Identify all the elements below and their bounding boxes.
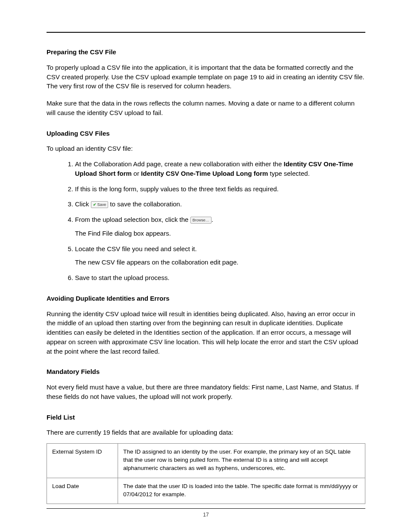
step-text: to save the collaboration. — [110, 200, 182, 208]
list-item: If this is the long form, supply values … — [75, 184, 365, 194]
browse-button-image: Browse… — [190, 217, 212, 224]
list-item: At the Collaboration Add page, create a … — [75, 159, 365, 178]
step-text: Locate the CSV file you need and select … — [75, 245, 197, 252]
list-item: Click ✔Save to save the collaboration. — [75, 199, 365, 209]
step-text: Save to start the upload process. — [75, 274, 169, 281]
table-row: Load Date The date that the user ID is l… — [47, 478, 365, 504]
step-subtext: The Find File dialog box appears. — [75, 229, 365, 238]
heading-mandatory: Mandatory Fields — [47, 367, 365, 376]
field-desc-cell: The ID assigned to an identity by the us… — [118, 444, 365, 478]
heading-fieldlist: Field List — [47, 413, 365, 422]
save-button-image: ✔Save — [91, 201, 109, 208]
field-table: External System ID The ID assigned to an… — [47, 443, 365, 504]
section-avoiding: Avoiding Duplicate Identities and Errors… — [47, 294, 365, 356]
step-text: type selected. — [268, 170, 310, 177]
top-horizontal-rule — [47, 32, 365, 33]
steps-list: At the Collaboration Add page, create a … — [47, 159, 365, 283]
list-item: From the upload selection box, click the… — [75, 215, 365, 238]
table-row: External System ID The ID assigned to an… — [47, 444, 365, 478]
page-footer: 17 — [47, 508, 365, 519]
step-text: At the Collaboration Add page, create a … — [75, 160, 283, 168]
heading-uploading: Uploading CSV Files — [47, 129, 365, 138]
section-preparing: Preparing the CSV File To properly uploa… — [47, 47, 365, 118]
paragraph: To properly upload a CSV file into the a… — [47, 63, 365, 91]
list-item: Save to start the upload process. — [75, 273, 365, 283]
section-fieldlist: Field List There are currently 19 fields… — [47, 413, 365, 504]
step-subtext: The new CSV file appears on the collabor… — [75, 258, 365, 267]
bold-text: Identity CSV One-Time Upload Long form — [141, 170, 268, 177]
list-item: Locate the CSV file you need and select … — [75, 244, 365, 268]
step-text: Click — [75, 200, 91, 208]
section-uploading: Uploading CSV Files To upload an identit… — [47, 129, 365, 283]
check-icon: ✔ — [93, 202, 97, 207]
step-text: or — [132, 170, 141, 177]
step-text: If this is the long form, supply values … — [75, 185, 279, 193]
page-number: 17 — [203, 512, 209, 518]
document-page: Preparing the CSV File To properly uploa… — [0, 0, 411, 532]
section-mandatory: Mandatory Fields Not every field must ha… — [47, 367, 365, 401]
lead-text: To upload an identity CSV file: — [47, 144, 365, 153]
step-text: From the upload selection box, click the — [75, 216, 190, 223]
field-desc-cell: The date that the user ID is loaded into… — [118, 478, 365, 504]
paragraph: Running the identity CSV upload twice wi… — [47, 309, 365, 356]
field-name-cell: Load Date — [47, 478, 118, 504]
paragraph: Not every field must have a value, but t… — [47, 383, 365, 401]
heading-avoiding: Avoiding Duplicate Identities and Errors — [47, 294, 365, 303]
browse-button-label: Browse… — [193, 218, 209, 222]
field-name-cell: External System ID — [47, 444, 118, 478]
lead-text: There are currently 19 fields that are a… — [47, 428, 365, 437]
heading-preparing: Preparing the CSV File — [47, 47, 365, 57]
save-button-label: Save — [97, 202, 106, 207]
step-text: . — [212, 216, 213, 223]
paragraph: Make sure that the data in the rows refl… — [47, 99, 365, 118]
